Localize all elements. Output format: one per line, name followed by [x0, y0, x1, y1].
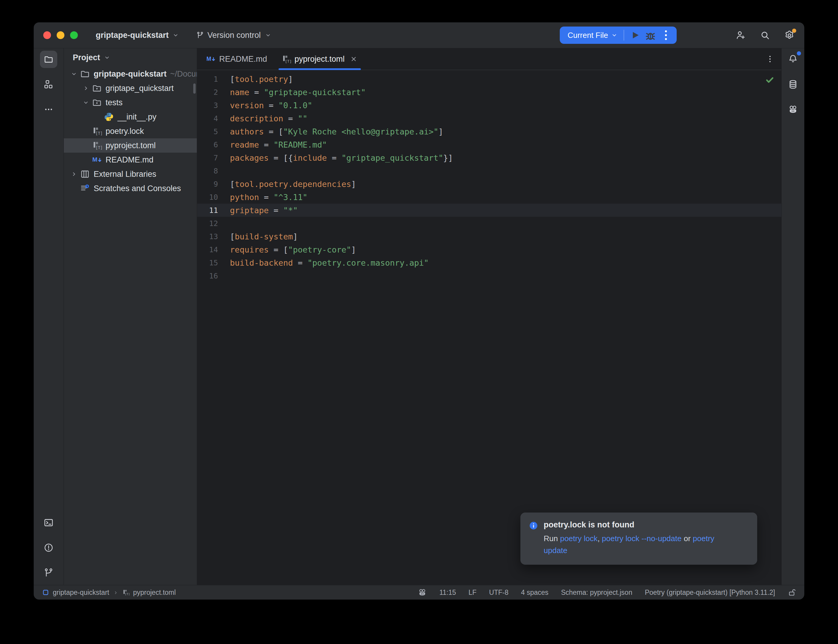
statusbar-item[interactable]: Schema: pyproject.json: [561, 588, 632, 596]
editor-tab-README.md[interactable]: M README.md: [199, 48, 274, 70]
toml-icon: [T]: [122, 589, 130, 596]
line-number[interactable]: 14: [197, 245, 218, 254]
tree-item-griptape-quickstart[interactable]: griptape-quickstart~/Docume: [64, 67, 197, 81]
more-run-actions-button[interactable]: [658, 28, 674, 42]
search-everywhere-button[interactable]: [759, 30, 770, 41]
tree-item-label: poetry.lock: [105, 127, 144, 136]
chevron-right-icon[interactable]: [80, 84, 92, 93]
title-bar: griptape-quickstart Version control Curr…: [34, 22, 804, 48]
svg-text:[T]: [T]: [285, 59, 291, 64]
notification-link[interactable]: poetry lock: [560, 534, 598, 543]
tree-item-griptape_quickstart[interactable]: griptape_quickstart: [64, 81, 197, 95]
project-switcher[interactable]: griptape-quickstart: [96, 31, 179, 40]
code-text: authors = ["Kyle Roche <hello@griptape.a…: [230, 127, 443, 136]
editor-pane: 1[tool.poetry]2name = "griptape-quicksta…: [197, 70, 781, 585]
line-number[interactable]: 11: [197, 206, 218, 215]
run-widget: Current File: [560, 26, 677, 44]
breadcrumb-item[interactable]: pyproject.toml: [133, 588, 176, 596]
svg-text:[T]: [T]: [95, 146, 102, 150]
database-tool-button[interactable]: [784, 76, 802, 93]
code-text: [tool.poetry.dependencies]: [230, 179, 356, 189]
structure-tool-button[interactable]: [40, 76, 57, 93]
ai-assistant-tool-button[interactable]: [784, 101, 802, 118]
tree-item-External Libraries[interactable]: External Libraries: [64, 167, 197, 181]
code-line-1: 1[tool.poetry]: [197, 72, 781, 85]
minimize-window-button[interactable]: [57, 31, 64, 39]
line-number[interactable]: 7: [197, 154, 218, 162]
line-number[interactable]: 1: [197, 75, 218, 84]
line-number[interactable]: 8: [197, 167, 218, 175]
code-text: build-backend = "poetry.core.masonry.api…: [230, 258, 429, 268]
line-number[interactable]: 9: [197, 180, 218, 189]
line-number[interactable]: 10: [197, 193, 218, 202]
project-panel-header[interactable]: Project: [64, 48, 197, 67]
breadcrumb-item[interactable]: griptape-quickstart: [53, 588, 109, 596]
tab-label: README.md: [219, 54, 267, 64]
line-number[interactable]: 4: [197, 114, 218, 123]
terminal-tool-button[interactable]: [40, 514, 57, 531]
editor-tab-pyproject.toml[interactable]: [T] pyproject.toml: [274, 48, 365, 70]
problems-tool-button[interactable]: [40, 539, 57, 556]
breadcrumbs: griptape-quickstart[T]pyproject.toml: [42, 588, 176, 596]
ai-assistant-status-icon[interactable]: [418, 588, 427, 597]
chevron-down-icon[interactable]: [68, 69, 80, 79]
line-number[interactable]: 12: [197, 219, 218, 228]
code-editor[interactable]: 1[tool.poetry]2name = "griptape-quicksta…: [197, 70, 781, 283]
run-button[interactable]: [627, 28, 642, 42]
code-line-3: 3version = "0.1.0": [197, 99, 781, 112]
tree-scrollbar-thumb[interactable]: [193, 84, 196, 94]
line-number[interactable]: 3: [197, 101, 218, 110]
statusbar-item[interactable]: UTF-8: [489, 588, 508, 596]
statusbar-item[interactable]: 11:15: [439, 588, 456, 596]
add-user-button[interactable]: [735, 30, 746, 41]
line-number[interactable]: 16: [197, 272, 218, 280]
svg-text:M: M: [206, 56, 211, 62]
tree-item-label: griptape_quickstart: [105, 84, 174, 93]
tree-item-tests[interactable]: tests: [64, 95, 197, 110]
chevron-down-icon: [264, 31, 272, 39]
right-tool-strip: [781, 48, 804, 585]
tab-list-menu-button[interactable]: [765, 54, 775, 64]
chevron-spacer: [80, 141, 92, 150]
close-tab-icon[interactable]: [350, 55, 358, 63]
titlebar-icons: [735, 30, 795, 41]
debug-button[interactable]: [642, 28, 658, 42]
code-line-14: 14requires = ["poetry-core"]: [197, 243, 781, 256]
tree-item-__init__.py[interactable]: __init__.py: [64, 110, 197, 124]
more-tools-button[interactable]: [40, 101, 57, 118]
zoom-window-button[interactable]: [70, 31, 78, 39]
tree-item-pyproject.toml[interactable]: [T]pyproject.toml: [64, 138, 197, 153]
notifications-button[interactable]: [784, 51, 802, 68]
window-controls: [43, 31, 78, 39]
tree-item-label: __init__.py: [118, 112, 156, 122]
statusbar-item[interactable]: 4 spaces: [521, 588, 549, 596]
chevron-right-icon[interactable]: [68, 170, 80, 179]
line-number[interactable]: 2: [197, 88, 218, 97]
vcs-widget[interactable]: Version control: [196, 31, 272, 40]
line-number[interactable]: 6: [197, 140, 218, 149]
titlebar-right: Current File: [560, 26, 800, 44]
line-number[interactable]: 13: [197, 232, 218, 241]
tree-item-poetry.lock[interactable]: [T]poetry.lock: [64, 124, 197, 138]
version-control-tool-button[interactable]: [40, 564, 57, 582]
chevron-down-icon[interactable]: [80, 98, 92, 107]
statusbar-item[interactable]: Poetry (griptape-quickstart) [Python 3.1…: [645, 588, 775, 596]
project-panel: Project griptape-quickstart~/Documegript…: [64, 48, 197, 585]
gear-icon: [784, 36, 795, 41]
svg-text:[T]: [T]: [125, 592, 130, 596]
statusbar-item[interactable]: LF: [468, 588, 477, 596]
run-config-selector[interactable]: Current File: [567, 31, 608, 40]
code-line-6: 6readme = "README.md": [197, 138, 781, 151]
line-number[interactable]: 5: [197, 127, 218, 136]
project-tool-button[interactable]: [40, 51, 57, 68]
settings-badge-dot: [792, 29, 796, 33]
settings-button[interactable]: [784, 30, 795, 41]
code-text: packages = [{include = "griptape_quickst…: [230, 153, 453, 163]
close-window-button[interactable]: [43, 31, 51, 39]
tree-item-Scratches and Consoles[interactable]: Scratches and Consoles: [64, 181, 197, 196]
notification-text: Run: [544, 534, 560, 543]
notification-link[interactable]: poetry lock --no-update: [602, 534, 682, 543]
lock-open-icon[interactable]: [788, 588, 797, 597]
tree-item-README.md[interactable]: MREADME.md: [64, 153, 197, 167]
line-number[interactable]: 15: [197, 258, 218, 267]
